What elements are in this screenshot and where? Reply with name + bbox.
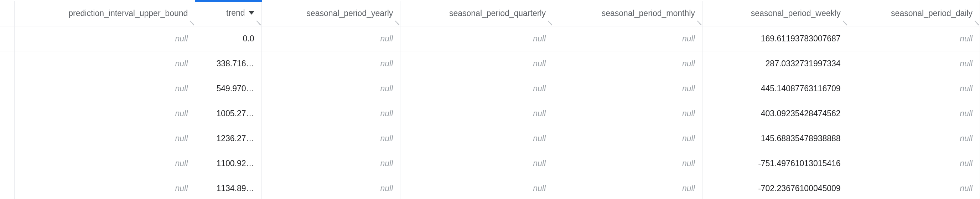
row-header-spacer xyxy=(0,1,14,26)
cell-seasonal-period-yearly[interactable]: null xyxy=(261,151,400,176)
null-value: null xyxy=(682,159,695,168)
resize-handle-icon[interactable] xyxy=(188,19,194,25)
cell-seasonal-period-monthly[interactable]: null xyxy=(553,76,703,101)
cell-seasonal-period-monthly[interactable]: null xyxy=(553,101,703,126)
resize-handle-icon[interactable] xyxy=(546,19,552,25)
cell-seasonal-period-monthly[interactable]: null xyxy=(553,176,703,199)
table-row[interactable]: null1134.89…nullnullnull-702.23676100045… xyxy=(0,176,980,199)
null-value: null xyxy=(533,34,546,43)
cell-seasonal-period-quarterly[interactable]: null xyxy=(400,76,553,101)
null-value: null xyxy=(175,134,188,143)
table-row[interactable]: null1236.27…nullnullnull145.688354789388… xyxy=(0,126,980,151)
cell-trend[interactable]: 338.716… xyxy=(195,51,261,76)
cell-seasonal-period-quarterly[interactable]: null xyxy=(400,101,553,126)
cell-seasonal-period-quarterly[interactable]: null xyxy=(400,176,553,199)
cell-seasonal-period-weekly[interactable]: 403.09235428474562 xyxy=(702,101,848,126)
table-row[interactable]: null338.716…nullnullnull287.033273199733… xyxy=(0,51,980,76)
cell-seasonal-period-yearly[interactable]: null xyxy=(261,176,400,199)
cell-prediction-interval-upper-bound[interactable]: null xyxy=(14,126,195,151)
cell-seasonal-period-monthly[interactable]: null xyxy=(553,26,703,51)
cell-prediction-interval-upper-bound[interactable]: null xyxy=(14,176,195,199)
cell-seasonal-period-weekly[interactable]: 169.61193783007687 xyxy=(702,26,848,51)
cell-seasonal-period-monthly[interactable]: null xyxy=(553,51,703,76)
column-header-seasonal-period-quarterly[interactable]: seasonal_period_quarterly xyxy=(400,1,553,26)
cell-seasonal-period-weekly[interactable]: 145.68835478938888 xyxy=(702,126,848,151)
cell-seasonal-period-daily[interactable]: null xyxy=(848,51,980,76)
column-label: seasonal_period_daily xyxy=(891,8,972,18)
cell-seasonal-period-yearly[interactable]: null xyxy=(261,126,400,151)
table-row[interactable]: null1100.92…nullnullnull-751.49761013015… xyxy=(0,151,980,176)
null-value: null xyxy=(960,84,972,93)
cell-seasonal-period-weekly[interactable]: -702.23676100045009 xyxy=(702,176,848,199)
null-value: null xyxy=(533,109,546,118)
column-header-seasonal-period-weekly[interactable]: seasonal_period_weekly xyxy=(702,1,848,26)
cell-seasonal-period-yearly[interactable]: null xyxy=(261,26,400,51)
null-value: null xyxy=(175,109,188,118)
cell-seasonal-period-monthly[interactable]: null xyxy=(553,126,703,151)
cell-trend[interactable]: 1134.89… xyxy=(195,176,261,199)
null-value: null xyxy=(380,84,393,93)
cell-prediction-interval-upper-bound[interactable]: null xyxy=(14,51,195,76)
null-value: null xyxy=(533,159,546,168)
null-value: null xyxy=(960,134,972,143)
null-value: null xyxy=(682,184,695,193)
table-header: prediction_interval_upper_bound trend se… xyxy=(0,1,980,26)
cell-seasonal-period-weekly[interactable]: 287.0332731997334 xyxy=(702,51,848,76)
cell-seasonal-period-quarterly[interactable]: null xyxy=(400,26,553,51)
null-value: null xyxy=(380,109,393,118)
results-table: prediction_interval_upper_bound trend se… xyxy=(0,0,980,199)
resize-handle-icon[interactable] xyxy=(972,19,979,25)
cell-seasonal-period-quarterly[interactable]: null xyxy=(400,151,553,176)
cell-seasonal-period-weekly[interactable]: -751.49761013015416 xyxy=(702,151,848,176)
resize-handle-icon[interactable] xyxy=(695,19,702,25)
column-header-seasonal-period-yearly[interactable]: seasonal_period_yearly xyxy=(261,1,400,26)
cell-seasonal-period-daily[interactable]: null xyxy=(848,126,980,151)
cell-seasonal-period-yearly[interactable]: null xyxy=(261,101,400,126)
column-header-seasonal-period-monthly[interactable]: seasonal_period_monthly xyxy=(553,1,703,26)
cell-seasonal-period-daily[interactable]: null xyxy=(848,101,980,126)
cell-seasonal-period-quarterly[interactable]: null xyxy=(400,126,553,151)
cell-seasonal-period-weekly[interactable]: 445.14087763116709 xyxy=(702,76,848,101)
sort-descending-icon xyxy=(249,11,255,14)
table-row[interactable]: null549.970…nullnullnull445.140877631167… xyxy=(0,76,980,101)
null-value: null xyxy=(682,34,695,43)
cell-seasonal-period-yearly[interactable]: null xyxy=(261,51,400,76)
resize-handle-icon[interactable] xyxy=(841,19,847,25)
cell-seasonal-period-daily[interactable]: null xyxy=(848,176,980,199)
null-value: null xyxy=(533,134,546,143)
column-header-prediction-interval-upper-bound[interactable]: prediction_interval_upper_bound xyxy=(14,1,195,26)
null-value: null xyxy=(682,134,695,143)
cell-trend[interactable]: 549.970… xyxy=(195,76,261,101)
column-label: seasonal_period_monthly xyxy=(602,8,695,18)
null-value: null xyxy=(960,59,972,68)
cell-prediction-interval-upper-bound[interactable]: null xyxy=(14,26,195,51)
null-value: null xyxy=(380,184,393,193)
cell-prediction-interval-upper-bound[interactable]: null xyxy=(14,76,195,101)
cell-seasonal-period-daily[interactable]: null xyxy=(848,151,980,176)
resize-handle-icon[interactable] xyxy=(255,19,261,25)
cell-trend[interactable]: 1005.27… xyxy=(195,101,261,126)
cell-seasonal-period-daily[interactable]: null xyxy=(848,76,980,101)
cell-prediction-interval-upper-bound[interactable]: null xyxy=(14,101,195,126)
cell-trend[interactable]: 1236.27… xyxy=(195,126,261,151)
null-value: null xyxy=(380,34,393,43)
row-leading-cell xyxy=(0,126,14,151)
cell-trend[interactable]: 0.0 xyxy=(195,26,261,51)
resize-handle-icon[interactable] xyxy=(393,19,399,25)
table-row[interactable]: null0.0nullnullnull169.61193783007687nul… xyxy=(0,26,980,51)
cell-prediction-interval-upper-bound[interactable]: null xyxy=(14,151,195,176)
table-row[interactable]: null1005.27…nullnullnull403.092354284745… xyxy=(0,101,980,126)
cell-seasonal-period-quarterly[interactable]: null xyxy=(400,51,553,76)
null-value: null xyxy=(175,34,188,43)
cell-seasonal-period-daily[interactable]: null xyxy=(848,26,980,51)
cell-seasonal-period-monthly[interactable]: null xyxy=(553,151,703,176)
row-leading-cell xyxy=(0,101,14,126)
column-label: prediction_interval_upper_bound xyxy=(68,8,188,18)
row-leading-cell xyxy=(0,26,14,51)
cell-trend[interactable]: 1100.92… xyxy=(195,151,261,176)
column-header-trend[interactable]: trend xyxy=(195,1,261,26)
null-value: null xyxy=(533,59,546,68)
cell-seasonal-period-yearly[interactable]: null xyxy=(261,76,400,101)
null-value: null xyxy=(533,184,546,193)
column-header-seasonal-period-daily[interactable]: seasonal_period_daily xyxy=(848,1,980,26)
